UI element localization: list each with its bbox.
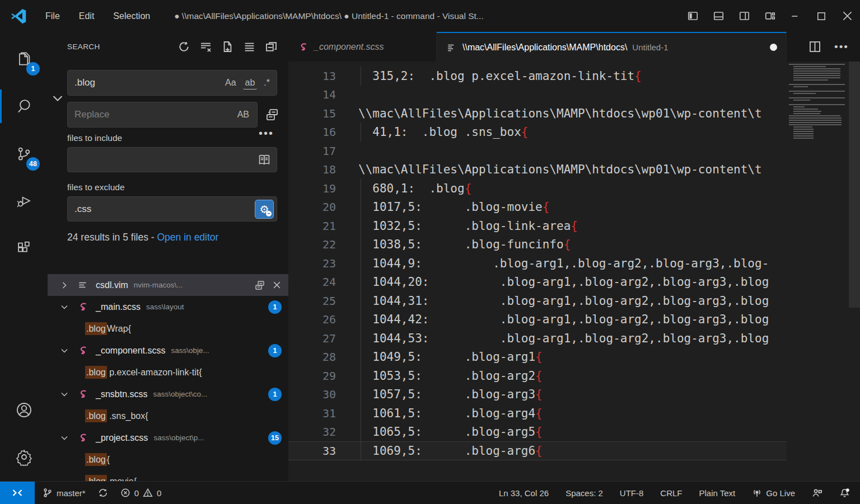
whole-word-icon[interactable]: ab [243,77,258,90]
code-line[interactable]: 23 1044,9: .blog-arg1,.blog-arg2,.blog-a… [288,254,787,273]
more-actions-icon[interactable]: ••• [834,41,849,53]
chevron-down-icon[interactable] [60,303,69,312]
result-file-row[interactable]: csdl.vimnvim-macos\... [48,274,288,296]
extensions-icon[interactable] [0,226,48,271]
chevron-down-icon[interactable] [60,434,69,442]
code-line[interactable]: 32 1065,5: .blog-arg5{ [288,423,787,442]
files-to-exclude-input[interactable]: .css ⚙– [67,196,277,222]
code-line[interactable]: 13 315,2: .blog p.excel-amazon-link-tit{ [288,67,787,86]
line-text: 1044,9: .blog-arg1,.blog-arg2,.blog-arg3… [358,257,769,270]
preserve-case-icon[interactable]: AB [235,109,251,120]
minimap-line [793,79,828,81]
code-line[interactable]: 25 1044,31: .blog-arg1,.blog-arg2,.blog-… [288,291,787,310]
menu-edit[interactable]: Edit [69,0,104,32]
toggle-sidebar-icon[interactable] [680,0,705,32]
code-line[interactable]: 26 1044,42: .blog-arg1,.blog-arg2,.blog-… [288,310,787,329]
file-path: sass\obje... [171,346,268,355]
open-in-editor-link[interactable]: Open in editor [157,232,218,243]
code-line[interactable]: 20 1017,5: .blog-movie{ [288,198,787,217]
replace-all-icon[interactable] [254,280,265,291]
result-match-row[interactable]: .blog-movie{ [48,470,288,481]
eol-sequence[interactable]: CRLF [660,488,682,498]
tab-component-scss[interactable]: _component.scss [288,32,437,62]
result-file-row[interactable]: _component.scsssass\obje...1 [48,340,288,361]
new-search-editor-icon[interactable] [221,41,233,53]
chevron-down-icon[interactable] [60,346,69,355]
tab-search-editor[interactable]: \\mac\AllFiles\Applications\MAMP\htdocs\… [437,32,787,62]
customize-layout-icon[interactable] [757,0,783,32]
explorer-icon[interactable]: 1 [0,36,48,81]
code-line[interactable]: 22 1038,5: .blog-funcinfo{ [288,235,787,255]
result-file-row[interactable]: _snsbtn.scsssass\object\co...1 [48,383,288,405]
expand-all-icon[interactable] [243,41,255,53]
search-open-editors-icon[interactable] [258,153,271,167]
regex-icon[interactable]: .* [261,77,272,89]
remote-indicator[interactable] [0,482,35,504]
language-mode[interactable]: Plain Text [699,488,736,498]
encoding[interactable]: UTF-8 [620,488,644,498]
replace-all-icon[interactable] [265,107,279,122]
search-input[interactable]: .blog Aa ab .* [67,70,277,96]
match-text: .blog p.excel-amazon-link-tit{ [85,368,202,378]
split-editor-icon[interactable] [809,41,821,53]
chevron-right-icon[interactable] [60,281,69,290]
toggle-secondary-sidebar-icon[interactable] [731,0,757,32]
result-match-row[interactable]: .blog p.excel-amazon-link-tit{ [48,361,288,383]
go-live-item[interactable]: Go Live [752,488,795,498]
code-line[interactable]: 29 1053,5: .blog-arg2{ [288,366,787,385]
source-control-icon[interactable]: 48 [0,131,48,176]
scrollbar-slider[interactable] [849,62,860,308]
chevron-down-icon[interactable] [60,390,69,399]
code-line[interactable]: 30 1057,5: .blog-arg3{ [288,385,787,404]
code-line[interactable]: 19 680,1: .blog{ [288,179,787,198]
result-match-row[interactable]: .blog .sns_box{ [48,405,288,427]
menu-selection[interactable]: Selection [104,0,160,32]
problems-item[interactable]: 0 0 [120,488,162,498]
sync-icon[interactable] [98,488,108,498]
code-line[interactable]: 21 1032,5: .blog-link-area{ [288,216,787,235]
minimize-button[interactable] [783,0,808,32]
vertical-scrollbar[interactable] [849,62,860,481]
minimap[interactable] [787,62,849,481]
run-debug-icon[interactable] [0,178,48,223]
code-line[interactable]: 27 1044,53: .blog-arg1,.blog-arg2,.blog-… [288,329,787,348]
refresh-icon[interactable] [177,41,190,53]
result-file-row[interactable]: _project.scsssass\object\p...15 [48,427,288,449]
code-line[interactable]: 15\\mac\AllFiles\Applications\MAMP\htdoc… [288,104,787,123]
feedback-icon[interactable] [812,488,822,498]
collapse-all-icon[interactable] [265,41,277,53]
result-match-row[interactable]: .blog{ [48,449,288,470]
code-editor[interactable]: \\mac\AllFiles\Applications\MAMP\htdocs\… [288,62,787,481]
menu-file[interactable]: File [36,0,69,32]
indentation[interactable]: Spaces: 2 [565,488,603,498]
settings-gear-icon[interactable] [0,435,48,479]
code-line[interactable]: 28 1049,5: .blog-arg1{ [288,348,787,367]
files-to-include-input[interactable] [67,147,277,172]
status-bar: master* 0 0 Ln 33, Col 26 Spaces: 2 UTF-… [0,481,860,504]
maximize-button[interactable] [808,0,834,32]
code-line[interactable]: 31 1061,5: .blog-arg4{ [288,404,787,423]
notifications-bell-icon[interactable] [839,488,850,498]
git-branch-item[interactable]: master* [43,488,86,498]
cursor-position[interactable]: Ln 33, Col 26 [499,488,549,498]
modified-dot-icon[interactable] [770,44,777,51]
code-line[interactable]: 24 1044,20: .blog-arg1,.blog-arg2,.blog-… [288,273,787,292]
match-case-icon[interactable]: Aa [223,77,239,89]
clear-results-icon[interactable] [199,41,212,53]
toggle-panel-icon[interactable] [705,0,731,32]
accounts-icon[interactable] [0,388,48,432]
toggle-search-details-icon[interactable]: ••• [259,127,274,140]
search-icon[interactable] [0,84,48,129]
code-line[interactable]: 17 [288,142,787,161]
toggle-replace-chevron-icon[interactable] [51,91,64,105]
code-line-current[interactable]: 33 1069,5: .blog-arg6{ [288,441,787,460]
close-button[interactable] [834,0,860,32]
replace-input[interactable]: Replace AB [67,102,258,128]
use-exclude-settings-icon[interactable]: ⚙– [255,200,274,219]
result-match-row[interactable]: .blogWrap{ [48,318,288,340]
result-file-row[interactable]: _main.scsssass\layout1 [48,296,288,318]
dismiss-icon[interactable] [272,280,282,290]
code-line[interactable]: 18\\mac\AllFiles\Applications\MAMP\htdoc… [288,161,787,180]
code-line[interactable]: 16 41,1: .blog .sns_box{ [288,123,787,142]
code-line[interactable]: 14 [288,86,787,105]
